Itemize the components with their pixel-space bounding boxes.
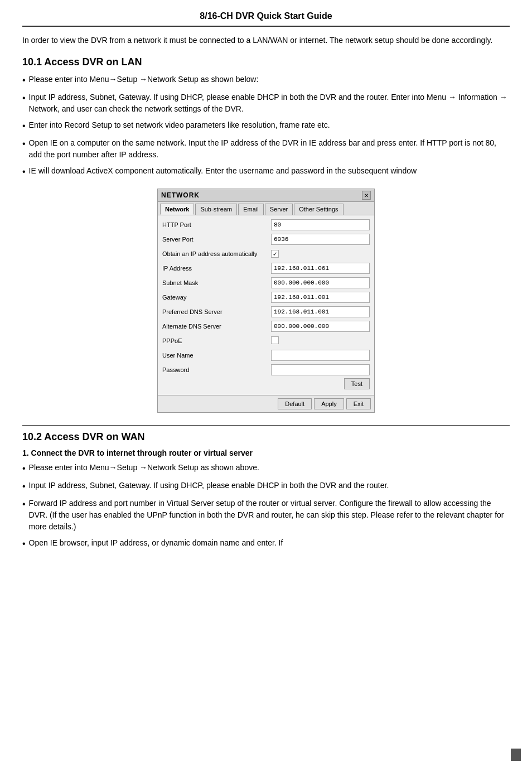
- dialog-row-subnet: Subnet Mask: [162, 277, 370, 289]
- dialog-row-gateway: Gateway: [162, 291, 370, 303]
- bullet-icon: •: [22, 537, 26, 551]
- bullet-text: Please enter into Menu→Setup →Network Se…: [29, 462, 510, 474]
- dialog-row-ip: IP Address: [162, 262, 370, 274]
- bullet-text: Open IE browser, input IP address, or dy…: [29, 537, 510, 549]
- label-dhcp: Obtain an IP address automatically: [162, 250, 271, 257]
- test-button-row: Test: [162, 378, 370, 389]
- exit-button[interactable]: Exit: [346, 398, 371, 409]
- bullet-text: Open IE on a computer on the same networ…: [29, 137, 510, 161]
- bullet-icon: •: [22, 165, 26, 178]
- dialog-row-alternate-dns: Alternate DNS Server: [162, 320, 370, 332]
- section-10-2-heading: 10.2 Access DVR on WAN: [22, 431, 510, 443]
- tab-other-settings[interactable]: Other Settings: [294, 204, 343, 215]
- value-username[interactable]: [271, 350, 370, 361]
- page-thumb: [511, 749, 521, 761]
- value-http-port[interactable]: [271, 219, 370, 230]
- subsection-1-heading: 1. Connect the DVR to internet through r…: [22, 448, 510, 457]
- list-item: • IE will download ActiveX component aut…: [22, 165, 510, 178]
- dialog-row-server-port: Server Port: [162, 233, 370, 245]
- tab-email[interactable]: Email: [238, 204, 264, 215]
- network-dialog: NETWORK ✕ Network Sub-stream Email Serve…: [157, 189, 375, 413]
- bullet-text: Please enter into Menu→Setup →Network Se…: [29, 74, 510, 85]
- value-alternate-dns[interactable]: [271, 321, 370, 332]
- label-username: User Name: [162, 352, 271, 359]
- checkbox-dhcp[interactable]: [271, 250, 279, 258]
- input-server-port[interactable]: [271, 234, 370, 245]
- dialog-row-pppoe: PPPoE: [162, 335, 370, 347]
- network-dialog-wrapper: NETWORK ✕ Network Sub-stream Email Serve…: [22, 189, 510, 413]
- value-preferred-dns[interactable]: [271, 306, 370, 317]
- section-divider: [22, 425, 510, 426]
- dialog-footer: Default Apply Exit: [158, 395, 374, 412]
- label-subnet: Subnet Mask: [162, 279, 271, 286]
- label-pppoe: PPPoE: [162, 337, 271, 344]
- input-subnet[interactable]: [271, 277, 370, 288]
- label-http-port: HTTP Port: [162, 221, 271, 228]
- bullet-text: Forward IP address and port number in Vi…: [29, 498, 510, 533]
- input-alternate-dns[interactable]: [271, 321, 370, 332]
- intro-paragraph: In order to view the DVR from a network …: [22, 35, 510, 46]
- tab-substream[interactable]: Sub-stream: [195, 204, 237, 215]
- value-gateway[interactable]: [271, 292, 370, 303]
- bullet-icon: •: [22, 74, 26, 87]
- bullet-icon: •: [22, 462, 26, 475]
- dialog-row-username: User Name: [162, 349, 370, 361]
- list-item: • Enter into Record Setup to set network…: [22, 119, 510, 133]
- value-server-port[interactable]: [271, 234, 370, 245]
- list-item: • Input IP address, Subnet, Gateway. If …: [22, 480, 510, 493]
- bullet-icon: •: [22, 137, 26, 151]
- dialog-close-button[interactable]: ✕: [362, 191, 371, 200]
- dialog-row-password: Password: [162, 364, 370, 376]
- bullet-text: Input IP address, Subnet, Gateway. If us…: [29, 480, 510, 491]
- label-password: Password: [162, 366, 271, 373]
- list-item: • Input IP address, Subnet, Gateway. If …: [22, 91, 510, 115]
- dialog-row-preferred-dns: Preferred DNS Server: [162, 306, 370, 318]
- input-password[interactable]: [271, 364, 370, 375]
- list-item: • Open IE on a computer on the same netw…: [22, 137, 510, 161]
- bullet-icon: •: [22, 480, 26, 493]
- input-http-port[interactable]: [271, 219, 370, 230]
- value-subnet[interactable]: [271, 277, 370, 288]
- dialog-titlebar: NETWORK ✕: [158, 189, 374, 202]
- list-item: • Forward IP address and port number in …: [22, 498, 510, 533]
- bullet-icon: •: [22, 91, 26, 105]
- bullet-icon: •: [22, 498, 26, 511]
- dialog-title: NETWORK: [161, 191, 200, 199]
- input-username[interactable]: [271, 350, 370, 361]
- list-item: • Open IE browser, input IP address, or …: [22, 537, 510, 551]
- page-title: 8/16-CH DVR Quick Start Guide: [22, 11, 510, 27]
- value-ip[interactable]: [271, 263, 370, 274]
- label-preferred-dns: Preferred DNS Server: [162, 308, 271, 315]
- tab-network[interactable]: Network: [160, 204, 194, 215]
- label-gateway: Gateway: [162, 294, 271, 301]
- bullet-icon: •: [22, 119, 26, 133]
- value-dhcp: [271, 250, 370, 258]
- label-ip: IP Address: [162, 265, 271, 272]
- apply-button[interactable]: Apply: [314, 398, 344, 409]
- bullet-text: Input IP address, Subnet, Gateway. If us…: [29, 91, 510, 115]
- section-10-1-heading: 10.1 Access DVR on LAN: [22, 56, 510, 68]
- checkbox-pppoe[interactable]: [271, 336, 279, 344]
- tab-server[interactable]: Server: [265, 204, 293, 215]
- list-item: • Please enter into Menu→Setup →Network …: [22, 462, 510, 475]
- default-button[interactable]: Default: [278, 398, 312, 409]
- label-server-port: Server Port: [162, 236, 271, 243]
- dialog-tabs: Network Sub-stream Email Server Other Se…: [158, 202, 374, 215]
- label-alternate-dns: Alternate DNS Server: [162, 323, 271, 330]
- input-gateway[interactable]: [271, 292, 370, 303]
- dialog-body: HTTP Port Server Port Obtain an IP addre…: [158, 215, 374, 395]
- dialog-row-http-port: HTTP Port: [162, 219, 370, 231]
- input-ip[interactable]: [271, 263, 370, 274]
- bullet-text: IE will download ActiveX component autom…: [29, 165, 510, 177]
- value-pppoe: [271, 336, 370, 346]
- test-button[interactable]: Test: [344, 378, 370, 389]
- bullet-text: Enter into Record Setup to set network v…: [29, 119, 510, 131]
- value-password[interactable]: [271, 364, 370, 375]
- dialog-row-dhcp: Obtain an IP address automatically: [162, 248, 370, 260]
- list-item: • Please enter into Menu→Setup →Network …: [22, 74, 510, 87]
- input-preferred-dns[interactable]: [271, 306, 370, 317]
